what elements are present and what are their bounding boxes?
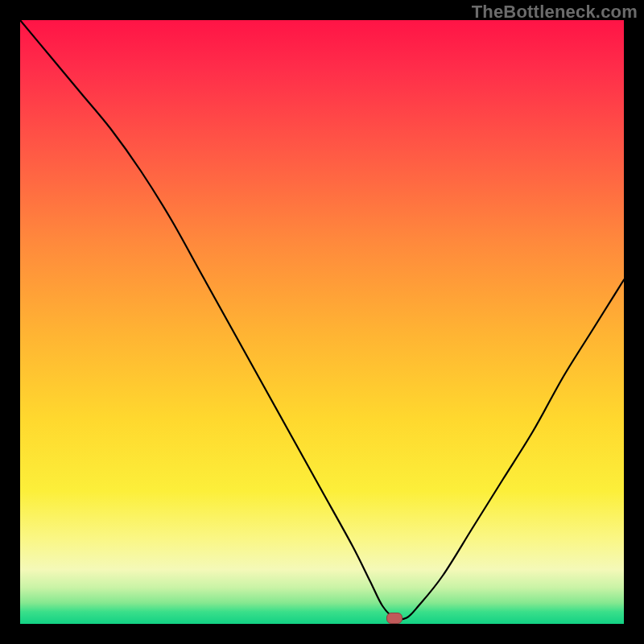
optimal-point-marker xyxy=(386,613,402,624)
curve-path xyxy=(20,20,624,619)
bottleneck-curve xyxy=(20,20,624,624)
plot-area xyxy=(20,20,624,624)
watermark-text: TheBottleneck.com xyxy=(472,2,638,23)
chart-container: TheBottleneck.com xyxy=(0,0,644,644)
